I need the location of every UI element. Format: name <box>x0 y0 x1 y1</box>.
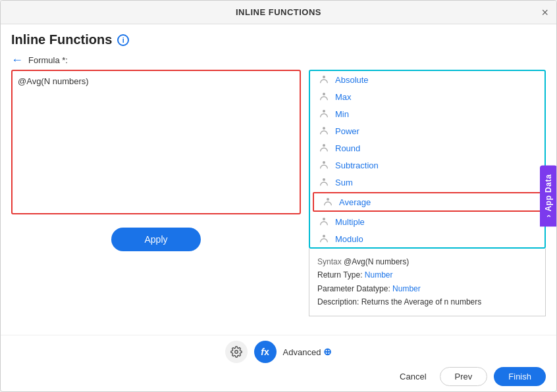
modal-title: INLINE FUNCTIONS <box>236 7 321 17</box>
function-item-absolute[interactable]: Absolute <box>310 71 544 88</box>
function-item-power[interactable]: Power <box>310 122 544 139</box>
return-type-row: Return Type: Number <box>317 268 537 282</box>
settings-button[interactable] <box>225 341 248 363</box>
svg-point-2 <box>323 110 325 112</box>
functions-list: Absolute Max Min Power Round Subtraction… <box>309 70 546 249</box>
syntax-value: @Avg(N numbers) <box>344 257 409 266</box>
function-icon-min <box>318 109 330 119</box>
description-value: Returns the Average of n numbers <box>361 297 482 306</box>
prev-button[interactable]: Prev <box>440 367 488 386</box>
svg-point-4 <box>323 144 325 147</box>
param-type-label: Parameter Datatype: <box>317 284 390 293</box>
function-icon-absolute <box>318 74 330 85</box>
function-name-modulo: Modulo <box>335 234 363 244</box>
page-title-row: Inline Functions i <box>11 32 546 47</box>
function-icon-round <box>318 143 330 153</box>
function-item-sum[interactable]: Sum <box>310 174 544 191</box>
function-item-max[interactable]: Max <box>310 88 544 105</box>
svg-point-6 <box>323 178 325 181</box>
svg-point-7 <box>327 198 329 201</box>
function-icon-multiple <box>318 216 330 227</box>
footer-actions-row: Cancel Prev Finish <box>11 367 546 386</box>
formula-label: Formula *: <box>28 55 68 65</box>
formula-value: @Avg(N numbers) <box>18 76 89 86</box>
modal-header: INLINE FUNCTIONS × <box>1 1 556 24</box>
fx-label: fx <box>261 347 269 357</box>
function-name-average: Average <box>339 197 371 207</box>
page-title: Inline Functions <box>11 32 112 47</box>
function-name-round: Round <box>335 143 360 153</box>
syntax-label: Syntax <box>317 257 342 266</box>
svg-point-8 <box>323 218 325 220</box>
function-item-modulo[interactable]: Modulo <box>310 230 544 247</box>
param-type-value: Number <box>392 284 421 293</box>
function-item-subtraction[interactable]: Subtraction <box>310 157 544 174</box>
modal-container: INLINE FUNCTIONS × Inline Functions i ← … <box>0 0 557 392</box>
svg-point-1 <box>323 93 325 95</box>
function-item-average[interactable]: Average <box>313 192 542 212</box>
function-name-absolute: Absolute <box>335 75 369 85</box>
function-icon-max <box>318 91 330 102</box>
formula-input-box[interactable]: @Avg(N numbers) <box>11 70 301 214</box>
app-data-chevron-icon: › <box>544 214 553 218</box>
svg-point-9 <box>323 235 325 237</box>
description-label: Description: <box>317 297 359 306</box>
footer-icons-row: fx Advanced ⊕ <box>11 341 546 363</box>
advanced-plus-icon: ⊕ <box>323 346 332 358</box>
svg-point-5 <box>323 161 325 164</box>
function-item-multiple[interactable]: Multiple <box>310 213 544 230</box>
info-icon[interactable]: i <box>117 34 129 46</box>
func-info-box: Syntax @Avg(N numbers) Return Type: Numb… <box>309 249 546 316</box>
advanced-label: Advanced ⊕ <box>283 346 332 358</box>
svg-point-3 <box>323 127 325 130</box>
function-name-min: Min <box>335 109 349 119</box>
app-data-label: App Data <box>544 174 553 212</box>
return-type-label: Return Type: <box>317 270 362 280</box>
function-name-sum: Sum <box>335 178 353 187</box>
cancel-button[interactable]: Cancel <box>393 368 433 385</box>
fx-button[interactable]: fx <box>254 341 277 363</box>
modal-body: Inline Functions i ← Formula *: @Avg(N n… <box>1 24 556 335</box>
modal-footer: fx Advanced ⊕ Cancel Prev Finish <box>1 335 556 391</box>
content-area: @Avg(N numbers) Apply Absolute Max Min P… <box>11 70 546 330</box>
close-button[interactable]: × <box>541 7 548 18</box>
function-name-multiple: Multiple <box>335 217 365 227</box>
right-panel: Absolute Max Min Power Round Subtraction… <box>309 70 546 330</box>
left-panel: @Avg(N numbers) Apply <box>11 70 301 330</box>
formula-row: ← Formula *: <box>11 54 546 66</box>
advanced-text: Advanced <box>283 347 321 357</box>
function-name-power: Power <box>335 126 359 136</box>
function-icon-subtraction <box>318 160 330 170</box>
svg-point-10 <box>234 351 238 354</box>
return-type-value: Number <box>365 270 393 280</box>
function-item-min[interactable]: Min <box>310 105 544 122</box>
function-item-round[interactable]: Round <box>310 139 544 157</box>
param-type-row: Parameter Datatype: Number <box>317 282 537 295</box>
function-icon-sum <box>318 177 330 187</box>
back-arrow-icon[interactable]: ← <box>11 54 23 66</box>
apply-btn-row: Apply <box>11 222 301 257</box>
function-name-max: Max <box>335 92 352 102</box>
function-icon-power <box>318 126 330 136</box>
function-icon-modulo <box>318 233 330 244</box>
finish-button[interactable]: Finish <box>494 367 546 386</box>
function-name-subtraction: Subtraction <box>335 160 379 170</box>
svg-point-0 <box>323 76 325 78</box>
app-data-tab[interactable]: › App Data <box>540 165 557 226</box>
description-row: Description: Returns the Average of n nu… <box>317 295 537 308</box>
apply-button[interactable]: Apply <box>111 228 200 251</box>
syntax-row: Syntax @Avg(N numbers) <box>317 255 537 268</box>
function-icon-average <box>322 197 334 207</box>
